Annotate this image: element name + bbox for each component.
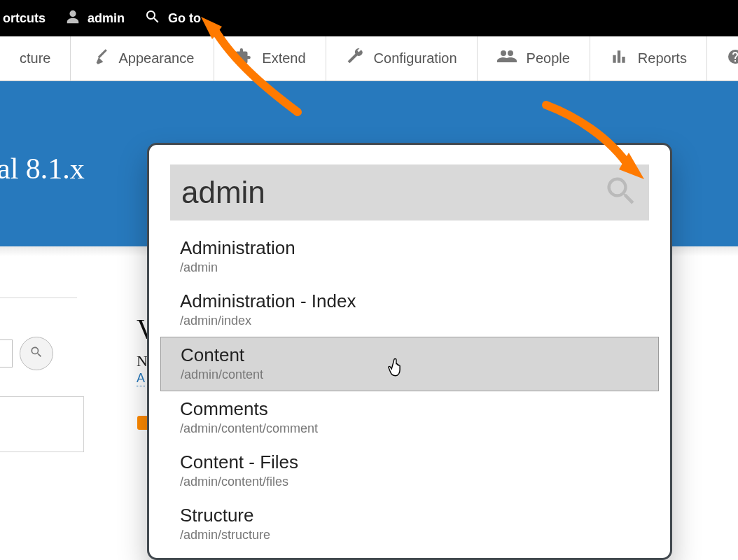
puzzle-icon bbox=[234, 48, 252, 69]
goto-result-item[interactable]: Comments/admin/content/comment bbox=[170, 391, 649, 444]
goto-result-title: Comments bbox=[180, 398, 639, 420]
page-subtitle: N bbox=[137, 352, 148, 370]
wrench-icon bbox=[346, 48, 364, 69]
tab-people[interactable]: People bbox=[478, 36, 590, 80]
sidebar-separator bbox=[0, 295, 77, 298]
sidebar-search-button[interactable] bbox=[20, 337, 53, 370]
goto-result-list: Administration/adminAdministration - Ind… bbox=[170, 230, 649, 560]
goto-result-path: /admin/content/files bbox=[180, 475, 639, 489]
goto-result-title: Administration bbox=[180, 237, 639, 259]
reports-label: Reports bbox=[638, 50, 687, 66]
toolbar-top: ortcuts admin Go to bbox=[0, 0, 738, 36]
goto-result-path: /admin/structure bbox=[180, 528, 639, 542]
bar-chart-icon bbox=[610, 48, 628, 69]
goto-search-field[interactable] bbox=[170, 164, 649, 220]
search-icon bbox=[144, 8, 161, 29]
goto-result-path: /admin bbox=[180, 260, 639, 275]
search-icon bbox=[603, 173, 639, 212]
appearance-label: Appearance bbox=[118, 50, 194, 66]
toolbar-goto[interactable]: Go to bbox=[144, 8, 201, 29]
goto-result-item[interactable]: Structure/admin/structure bbox=[170, 498, 649, 551]
goto-result-path: /admin/content bbox=[181, 368, 648, 382]
sidebar-search bbox=[0, 337, 53, 370]
tab-configuration[interactable]: Configuration bbox=[326, 36, 478, 80]
username-label: admin bbox=[88, 11, 125, 26]
goto-result-title: Content bbox=[181, 344, 648, 366]
tab-extend[interactable]: Extend bbox=[214, 36, 326, 80]
goto-result-item[interactable]: Content - Files/admin/content/files bbox=[170, 444, 649, 498]
shortcuts-label: ortcuts bbox=[3, 11, 46, 26]
goto-result-item[interactable]: Appearance/admin/appearance bbox=[170, 551, 649, 560]
user-icon bbox=[65, 8, 81, 29]
site-title: al 8.1.x bbox=[0, 152, 85, 186]
toolbar-shortcuts[interactable]: ortcuts bbox=[3, 11, 46, 26]
people-icon bbox=[497, 48, 517, 69]
paintbrush-icon bbox=[90, 48, 109, 69]
goto-label: Go to bbox=[168, 11, 201, 26]
goto-result-title: Content - Files bbox=[180, 451, 639, 473]
goto-result-title: Administration - Index bbox=[180, 290, 639, 312]
toolbar-user[interactable]: admin bbox=[65, 8, 125, 29]
people-label: People bbox=[527, 50, 570, 66]
goto-panel: Administration/adminAdministration - Ind… bbox=[147, 143, 672, 560]
sidebar-box bbox=[0, 396, 84, 452]
goto-result-path: /admin/index bbox=[180, 314, 639, 328]
extend-label: Extend bbox=[262, 50, 305, 66]
tab-reports[interactable]: Reports bbox=[590, 36, 707, 80]
goto-result-item[interactable]: Content/admin/content bbox=[160, 337, 659, 391]
page-link[interactable]: A bbox=[137, 371, 145, 386]
tab-structure[interactable]: cture bbox=[0, 36, 71, 80]
admin-menubar: cture Appearance Extend Configuration Pe… bbox=[0, 36, 738, 81]
goto-result-item[interactable]: Administration - Index/admin/index bbox=[170, 284, 649, 337]
tab-help[interactable]: Help bbox=[707, 36, 738, 80]
goto-result-item[interactable]: Administration/admin bbox=[170, 230, 649, 284]
configuration-label: Configuration bbox=[374, 50, 457, 66]
search-icon bbox=[29, 345, 43, 362]
structure-label: cture bbox=[20, 50, 50, 66]
goto-result-title: Structure bbox=[180, 505, 639, 526]
goto-result-path: /admin/content/comment bbox=[180, 421, 639, 436]
sidebar-search-input[interactable] bbox=[0, 340, 13, 368]
help-icon bbox=[727, 48, 738, 69]
tab-appearance[interactable]: Appearance bbox=[71, 36, 214, 80]
goto-search-input[interactable] bbox=[181, 175, 597, 210]
